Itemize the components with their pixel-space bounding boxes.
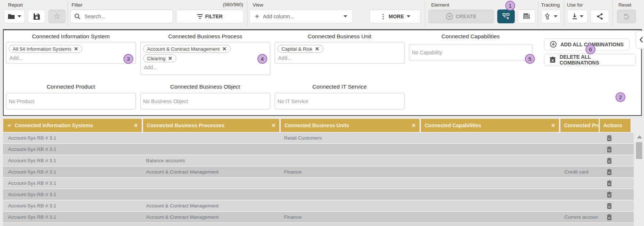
chevron-down-icon xyxy=(7,124,12,127)
share-icon xyxy=(596,13,603,20)
table-row: Account-Sys RB # 3.1 xyxy=(3,178,634,188)
business-object-placeholder: No Business Object xyxy=(143,98,188,104)
product-placeholder: No Product xyxy=(9,98,34,104)
cell-actions xyxy=(600,212,633,222)
column-header-label: Connected Business Units xyxy=(284,122,349,128)
cell-business-unit: Retail Customers xyxy=(281,133,419,143)
matrix-view-icon xyxy=(502,12,510,20)
table-row: Account-Sys RB # 3.1 Account & Contract … xyxy=(3,167,634,177)
close-icon[interactable]: ✕ xyxy=(74,46,78,52)
cell-product xyxy=(560,178,598,188)
chevron-down-icon xyxy=(407,15,410,17)
list-view-button[interactable] xyxy=(518,9,535,23)
toolbar-separator xyxy=(612,1,613,26)
more-button[interactable]: ⋮ MORE xyxy=(369,9,421,23)
business-process-filter-box[interactable]: Account & Contract Management ✕ Clearing… xyxy=(140,42,270,75)
element-section-label: Element xyxy=(431,2,449,8)
column-header-business-units[interactable]: Connected Business Units ✕ xyxy=(281,119,419,132)
table-row-partial xyxy=(3,223,634,226)
chevron-down-icon xyxy=(580,15,583,17)
add-value-input[interactable]: Add... xyxy=(9,54,133,61)
annotation-badge-6: 6 xyxy=(586,44,595,54)
collapse-panel-button[interactable] xyxy=(636,31,644,49)
add-value-input[interactable]: Add... xyxy=(277,54,402,61)
cell-actions xyxy=(600,155,633,166)
cell-actions xyxy=(600,167,633,177)
cell-information-system: Account-Sys RB # 3.1 xyxy=(4,200,142,211)
trash-icon[interactable] xyxy=(606,146,612,153)
close-icon[interactable]: ✕ xyxy=(548,122,555,128)
trash-icon[interactable] xyxy=(606,203,612,209)
chevron-down-icon xyxy=(554,15,557,17)
close-icon[interactable]: ✕ xyxy=(315,46,319,52)
cell-information-system: Account-Sys RB # 3.1 xyxy=(4,155,142,166)
table-body: Account-Sys RB # 3.1 Retail Customers Ac… xyxy=(3,133,634,223)
it-service-placeholder: No IT Service xyxy=(277,98,308,104)
close-icon[interactable]: ✕ xyxy=(268,122,276,128)
cell-product xyxy=(560,189,598,200)
column-header-information-systems[interactable]: Connected Information Systems ✕ xyxy=(3,119,142,132)
scrollbar-up-arrow[interactable] xyxy=(637,135,642,139)
cell-capability xyxy=(421,200,559,211)
information-system-filter-box[interactable]: All 54 Information Systems ✕ Add... xyxy=(6,42,136,64)
close-icon[interactable]: ✕ xyxy=(409,122,416,128)
trash-icon[interactable] xyxy=(606,135,612,141)
delete-all-combinations-button[interactable]: DELETE ALL COMBINATIONS xyxy=(544,54,636,66)
trash-icon[interactable] xyxy=(606,191,612,198)
plus-icon: + xyxy=(255,12,259,21)
annotation-badge-1: 1 xyxy=(505,1,515,11)
scrollbar-thumb[interactable] xyxy=(636,142,642,159)
filter-button[interactable]: FILTER xyxy=(176,9,244,23)
add-value-input[interactable]: Add... xyxy=(143,63,267,70)
toolbar-separator xyxy=(564,1,564,26)
search-input[interactable] xyxy=(84,13,169,20)
export-button[interactable] xyxy=(567,9,587,23)
filter-chip: Capital & Risk ✕ xyxy=(277,45,323,53)
column-header-capabilities[interactable]: Connected Capabilities ✕ xyxy=(421,119,559,132)
combination-filter-panel: Connected Information System Connected B… xyxy=(3,29,642,116)
cell-actions xyxy=(600,189,633,200)
tracking-section-label: Tracking xyxy=(541,2,560,8)
filter-chip: Clearing ✕ xyxy=(143,54,176,62)
capabilities-filter-box[interactable]: No Capability xyxy=(409,44,532,61)
close-icon[interactable]: ✕ xyxy=(168,55,172,61)
filter-lines-icon xyxy=(197,14,203,19)
trash-icon[interactable] xyxy=(606,180,612,187)
close-icon[interactable]: ✕ xyxy=(131,122,138,128)
create-button[interactable]: CREATE xyxy=(428,9,494,23)
tracking-button[interactable] xyxy=(541,9,561,23)
column-header-label: Connected Capabilities xyxy=(425,122,481,128)
product-filter-box[interactable]: No Product xyxy=(6,93,136,109)
chip-label: Capital & Risk xyxy=(281,46,313,52)
cell-business-unit: Finance xyxy=(281,212,419,222)
it-service-filter-box[interactable]: No IT Service xyxy=(275,93,405,109)
matrix-view-button[interactable] xyxy=(497,9,515,23)
column-header-products[interactable]: Connected Products xyxy=(560,119,599,132)
search-box[interactable] xyxy=(70,9,173,23)
reset-button[interactable] xyxy=(617,9,636,23)
trash-icon[interactable] xyxy=(606,214,612,221)
toolbar-separator xyxy=(67,1,68,26)
column-header-business-processes[interactable]: Connected Business Processes ✕ xyxy=(143,119,279,132)
close-icon[interactable]: ✕ xyxy=(222,46,227,52)
trash-icon[interactable] xyxy=(606,157,612,164)
report-section-label: Report xyxy=(8,2,23,8)
toolbar-separator xyxy=(425,1,425,26)
cell-business-unit xyxy=(281,200,419,211)
business-unit-filter-box[interactable]: Capital & Risk ✕ Add... xyxy=(275,42,405,64)
cell-product xyxy=(560,155,598,166)
favorite-report-button[interactable]: ☆ xyxy=(48,9,66,23)
filter-count: (560/560) xyxy=(204,2,243,7)
save-report-button[interactable] xyxy=(28,9,45,23)
filter-chip: All 54 Information Systems ✕ xyxy=(9,45,82,53)
open-report-button[interactable] xyxy=(4,9,25,23)
business-object-filter-box[interactable]: No Business Object xyxy=(140,93,270,109)
column-header-label: Connected Products xyxy=(564,122,599,128)
add-column-dropdown[interactable]: + Add column... xyxy=(249,9,353,23)
cell-product xyxy=(560,200,598,211)
trash-icon[interactable] xyxy=(606,169,612,175)
cell-capability xyxy=(421,133,559,143)
filter-button-label: FILTER xyxy=(205,13,223,19)
share-button[interactable] xyxy=(590,9,609,23)
annotation-badge-5: 5 xyxy=(525,54,535,64)
